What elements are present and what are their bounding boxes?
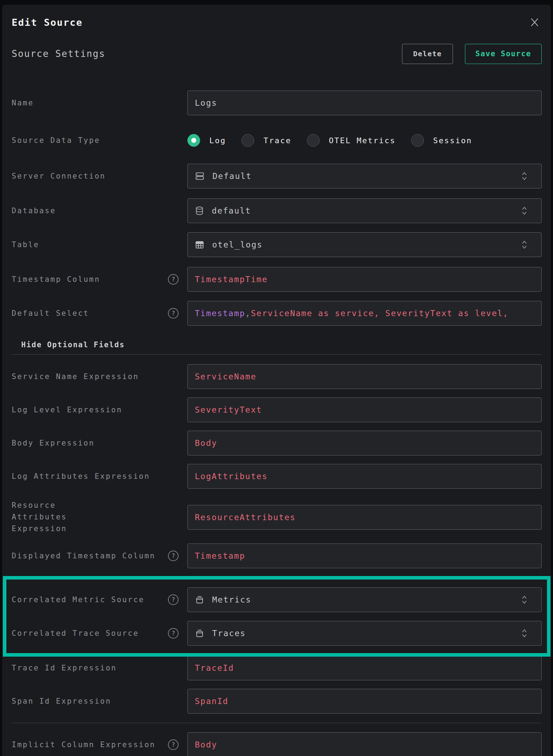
name-label: Name: [12, 97, 187, 109]
hide-optional-fields-toggle[interactable]: Hide Optional Fields: [21, 341, 542, 349]
radio-log[interactable]: Log: [187, 134, 226, 147]
field-row-correlated-metric-source: Correlated Metric Source ? Metrics: [12, 587, 542, 612]
correlated-trace-source-select[interactable]: Traces: [187, 621, 542, 646]
field-row-source-data-type: Source Data Type Log Trace OTEL Metrics: [12, 128, 542, 153]
chevron-up-down-icon: [521, 171, 528, 181]
source-settings-heading: Source Settings: [12, 48, 105, 59]
chevron-up-down-icon: [521, 628, 528, 639]
default-select-input[interactable]: Timestamp, ServiceName as service, Sever…: [187, 301, 542, 326]
field-row-trace-id-expression: Trace Id Expression TraceId: [12, 656, 542, 680]
modal-title: Edit Source: [12, 17, 83, 28]
database-icon: [195, 206, 204, 216]
timestamp-column-label: Timestamp Column ?: [12, 274, 187, 285]
correlated-metric-source-label: Correlated Metric Source ?: [12, 594, 187, 606]
chevron-up-down-icon: [521, 594, 528, 605]
default-select-label: Default Select ?: [12, 308, 187, 319]
radio-session[interactable]: Session: [411, 134, 472, 147]
radio-unselected-icon: [241, 134, 254, 147]
field-row-log-attributes-expression: Log Attributes Expression LogAttributes: [12, 464, 542, 489]
sql-token-expression: ServiceName as service, SeverityText as …: [251, 309, 508, 318]
correlated-trace-source-label: Correlated Trace Source ?: [12, 628, 187, 639]
resource-attributes-expression-input[interactable]: ResourceAttributes: [187, 505, 542, 530]
field-row-database: Database default: [12, 198, 542, 223]
source-icon: [195, 595, 204, 605]
correlated-sources-highlight-group: Correlated Metric Source ? Metrics: [12, 587, 542, 646]
field-row-resource-attributes-expression: Resource Attributes Expression ResourceA…: [12, 500, 542, 535]
toolbar: Source Settings Delete Save Source: [12, 43, 542, 64]
trace-id-expression-label: Trace Id Expression: [12, 662, 187, 674]
radio-unselected-icon: [307, 134, 320, 147]
chevron-up-down-icon: [521, 205, 528, 216]
field-row-table: Table otel_logs: [12, 232, 542, 257]
help-icon[interactable]: ?: [168, 551, 179, 561]
close-button[interactable]: [528, 15, 542, 29]
table-select[interactable]: otel_logs: [187, 232, 542, 257]
field-row-timestamp-column: Timestamp Column ? TimestampTime: [12, 267, 542, 292]
radio-otel-metrics[interactable]: OTEL Metrics: [307, 134, 396, 147]
resource-attributes-expression-label: Resource Attributes Expression: [12, 500, 187, 535]
displayed-timestamp-column-input[interactable]: Timestamp: [187, 543, 542, 568]
field-row-body-expression: Body Expression Body: [12, 431, 542, 455]
server-icon: [195, 171, 205, 181]
edit-source-modal: Edit Source Source Settings Delete Save …: [2, 5, 551, 756]
field-row-span-id-expression: Span Id Expression SpanId: [12, 689, 542, 714]
server-connection-label: Server Connection: [12, 170, 187, 182]
field-row-displayed-timestamp-column: Displayed Timestamp Column ? Timestamp: [12, 543, 542, 568]
help-icon[interactable]: ?: [168, 308, 179, 319]
table-icon: [195, 240, 204, 250]
database-label: Database: [12, 205, 187, 217]
sql-token-comma: ,: [245, 309, 251, 318]
source-data-type-radio-group: Log Trace OTEL Metrics Session: [187, 128, 542, 153]
field-row-service-name-expression: Service Name Expression ServiceName: [12, 364, 542, 389]
source-data-type-label: Source Data Type: [12, 135, 187, 146]
displayed-timestamp-column-label: Displayed Timestamp Column ?: [12, 550, 187, 562]
source-settings-form: Name Logs Source Data Type Log Trace: [12, 91, 542, 756]
server-connection-select[interactable]: Default: [187, 164, 542, 188]
body-expression-input[interactable]: Body: [187, 431, 542, 455]
log-attributes-expression-label: Log Attributes Expression: [12, 471, 187, 482]
service-name-expression-label: Service Name Expression: [12, 371, 187, 383]
span-id-expression-input[interactable]: SpanId: [187, 689, 542, 714]
trace-id-expression-input[interactable]: TraceId: [187, 656, 542, 680]
toolbar-actions: Delete Save Source: [402, 44, 542, 64]
modal-header: Edit Source: [12, 15, 542, 29]
service-name-expression-input[interactable]: ServiceName: [187, 364, 542, 389]
table-label: Table: [12, 239, 187, 251]
body-expression-label: Body Expression: [12, 437, 187, 449]
implicit-column-expression-label: Implicit Column Expression ?: [12, 739, 187, 751]
field-row-log-level-expression: Log Level Expression SeverityText: [12, 397, 542, 422]
help-icon[interactable]: ?: [168, 274, 179, 285]
field-row-name: Name Logs: [12, 91, 542, 115]
implicit-column-expression-input[interactable]: Body: [187, 732, 542, 756]
sql-token-column: Timestamp: [195, 309, 245, 318]
field-row-server-connection: Server Connection Default: [12, 164, 542, 188]
field-row-correlated-trace-source: Correlated Trace Source ? Traces: [12, 621, 542, 646]
log-level-expression-label: Log Level Expression: [12, 404, 187, 416]
section-divider: [12, 723, 542, 723]
span-id-expression-label: Span Id Expression: [12, 696, 187, 707]
field-row-default-select: Default Select ? Timestamp, ServiceName …: [12, 301, 542, 326]
correlated-metric-source-select[interactable]: Metrics: [187, 587, 542, 612]
help-icon[interactable]: ?: [168, 739, 179, 750]
log-level-expression-input[interactable]: SeverityText: [187, 397, 542, 422]
save-source-button[interactable]: Save Source: [465, 44, 542, 64]
help-icon[interactable]: ?: [168, 628, 179, 639]
radio-selected-icon: [187, 134, 200, 147]
field-row-implicit-column-expression: Implicit Column Expression ? Body: [12, 732, 542, 756]
radio-trace[interactable]: Trace: [241, 134, 291, 147]
timestamp-column-input[interactable]: TimestampTime: [187, 267, 542, 292]
help-icon[interactable]: ?: [168, 594, 179, 605]
source-icon: [195, 629, 204, 638]
section-divider: [12, 354, 542, 355]
delete-button[interactable]: Delete: [402, 44, 453, 64]
radio-unselected-icon: [411, 134, 424, 147]
database-select[interactable]: default: [187, 198, 542, 223]
log-attributes-expression-input[interactable]: LogAttributes: [187, 464, 542, 489]
chevron-up-down-icon: [521, 239, 528, 250]
close-icon: [529, 17, 540, 28]
name-input[interactable]: Logs: [187, 91, 542, 115]
